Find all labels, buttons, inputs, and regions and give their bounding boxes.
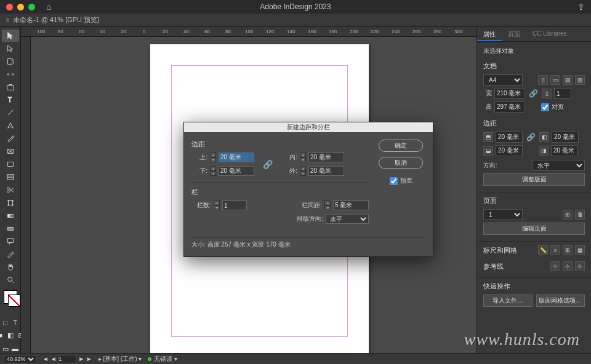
margin-top-input[interactable] xyxy=(496,132,523,143)
window-controls xyxy=(6,4,35,10)
facing-pages-checkbox[interactable]: 对页 xyxy=(541,103,564,111)
close-tab-icon[interactable]: x xyxy=(6,17,9,23)
guides-icon-1[interactable]: ⊹ xyxy=(550,261,560,271)
guides-icon-2[interactable]: ⊹ xyxy=(563,261,573,271)
note-tool[interactable] xyxy=(2,235,19,248)
svg-rect-1 xyxy=(7,85,14,90)
home-icon[interactable]: ⌂ xyxy=(46,2,51,12)
gradient-swatch-tool[interactable] xyxy=(2,210,19,222)
gap-tool[interactable] xyxy=(2,68,19,81)
layout-grid-icon[interactable]: ▦ xyxy=(575,245,585,255)
document-grid-icon[interactable]: ⊞ xyxy=(563,245,573,255)
ruler-icon[interactable]: 📏 xyxy=(538,245,548,255)
preview-view-icon[interactable]: ▬ xyxy=(11,344,20,353)
page-nav[interactable]: ◄ ◄ ► ► xyxy=(42,355,92,363)
writing-direction-select[interactable]: 水平 xyxy=(326,214,369,224)
page-preset-select[interactable]: A4 xyxy=(483,74,523,85)
preview-checkbox[interactable]: 预览 xyxy=(390,176,412,185)
apply-color-icon[interactable]: ■ xyxy=(0,331,5,339)
page-tool[interactable] xyxy=(2,55,19,68)
normal-view-icon[interactable]: ▭ xyxy=(1,344,10,353)
pages-section-label: 页面 xyxy=(483,196,585,205)
zoom-tool[interactable] xyxy=(2,274,19,286)
link-margins-icon[interactable]: 🔗 xyxy=(259,160,276,169)
binding-rtl-icon[interactable]: ▥ xyxy=(575,75,585,85)
margin-inside-input[interactable] xyxy=(308,152,344,162)
minimize-window-icon[interactable] xyxy=(17,4,24,10)
bottom-spinner[interactable]: ▴▾ xyxy=(210,166,216,176)
pencil-tool[interactable] xyxy=(2,132,19,144)
document-tab[interactable]: x 未命名-1 @ 41% [GPU 预览] xyxy=(0,14,105,26)
gutter-input[interactable] xyxy=(333,200,369,210)
apply-gradient-icon[interactable]: ◧ xyxy=(6,331,15,339)
layout-grid-options-button[interactable]: 版面网格选项… xyxy=(536,295,585,307)
import-file-button[interactable]: 导入文件… xyxy=(483,295,533,307)
tab-properties[interactable]: 属性 xyxy=(477,27,502,41)
margin-outside-input[interactable] xyxy=(308,166,344,176)
rulers-grid-label: 标尺和网格 xyxy=(483,246,517,255)
inside-spinner[interactable]: ▴▾ xyxy=(300,152,306,162)
close-window-icon[interactable] xyxy=(6,4,13,10)
margin-top-icon: ⬒ xyxy=(483,132,493,142)
selection-tool[interactable] xyxy=(2,30,19,42)
horizontal-ruler[interactable]: 100 80 60 40 20 0 20 40 60 80 100 120 14… xyxy=(21,27,476,37)
type-tool[interactable]: T xyxy=(2,94,19,106)
fill-stroke-swatch[interactable] xyxy=(4,290,17,304)
width-input[interactable] xyxy=(494,88,525,99)
tab-cc-libraries[interactable]: CC Libraries xyxy=(526,27,573,41)
delete-page-icon[interactable]: 🗑 xyxy=(575,210,585,220)
margin-bottom-input[interactable] xyxy=(496,145,523,156)
panel-tabs: 属性 页面 CC Libraries xyxy=(477,27,591,42)
ruler-mark: 240 xyxy=(392,29,400,34)
content-collector-tool[interactable] xyxy=(2,81,19,93)
vertical-ruler[interactable] xyxy=(21,37,31,353)
edit-pages-button[interactable]: 编辑页面 xyxy=(483,223,585,235)
link-margins-icon[interactable]: 🔗 xyxy=(525,133,537,141)
margin-inside-input[interactable] xyxy=(552,132,579,143)
height-label: 高 xyxy=(483,103,492,111)
tab-pages[interactable]: 页面 xyxy=(502,27,526,41)
hand-tool[interactable] xyxy=(2,261,19,273)
margin-top-input[interactable] xyxy=(219,152,254,162)
text-format-icon[interactable]: T xyxy=(11,318,20,327)
height-input[interactable] xyxy=(494,101,525,113)
profile-label[interactable]: ▸ [基本] (工作) ▾ xyxy=(98,355,142,363)
baseline-grid-icon[interactable]: ≡ xyxy=(550,245,560,255)
scissors-tool[interactable] xyxy=(2,184,19,196)
outside-spinner[interactable]: ▴▾ xyxy=(300,166,306,176)
count-spinner[interactable]: ▴▾ xyxy=(214,200,220,210)
line-tool[interactable] xyxy=(2,106,19,119)
errors-label[interactable]: 无错误 ▾ xyxy=(148,355,177,363)
gutter-spinner[interactable]: ▴▾ xyxy=(324,200,331,210)
free-transform-tool[interactable] xyxy=(2,197,19,209)
ruler-mark: 60 xyxy=(204,29,210,34)
rectangle-tool[interactable] xyxy=(2,158,19,170)
binding-ltr-icon[interactable]: ▤ xyxy=(563,75,573,85)
new-page-icon[interactable]: ⊞ xyxy=(563,210,573,220)
adjust-layout-button[interactable]: 调整版面 xyxy=(483,173,585,186)
portrait-icon[interactable]: ▯ xyxy=(538,75,548,85)
cancel-button[interactable]: 取消 xyxy=(379,157,423,169)
horizontal-grid-tool[interactable] xyxy=(2,171,19,183)
link-dims-icon[interactable]: 🔗 xyxy=(528,89,539,98)
top-spinner[interactable]: ▴▾ xyxy=(210,152,216,162)
direct-selection-tool[interactable] xyxy=(2,42,19,55)
container-format-icon[interactable]: □ xyxy=(1,318,10,327)
inside-label: 内: xyxy=(281,153,297,162)
smart-guides-icon[interactable]: ⊹ xyxy=(575,261,585,271)
landscape-icon[interactable]: ▭ xyxy=(550,75,560,85)
zoom-select[interactable]: 40.92% xyxy=(4,355,36,363)
gradient-feather-tool[interactable] xyxy=(2,223,19,235)
maximize-window-icon[interactable] xyxy=(28,4,35,10)
margin-bottom-input[interactable] xyxy=(219,166,254,176)
ok-button[interactable]: 确定 xyxy=(379,140,423,152)
rectangle-frame-tool[interactable] xyxy=(2,145,19,157)
pages-count-input[interactable] xyxy=(554,88,571,99)
margin-outside-input[interactable] xyxy=(551,145,578,156)
page-number-select[interactable]: 1 xyxy=(483,209,523,220)
direction-select[interactable]: 水平 xyxy=(532,160,585,171)
pen-tool[interactable] xyxy=(2,119,19,132)
share-icon[interactable]: ⇪ xyxy=(577,2,585,12)
column-count-input[interactable] xyxy=(222,200,247,210)
eyedropper-tool[interactable] xyxy=(2,248,19,260)
